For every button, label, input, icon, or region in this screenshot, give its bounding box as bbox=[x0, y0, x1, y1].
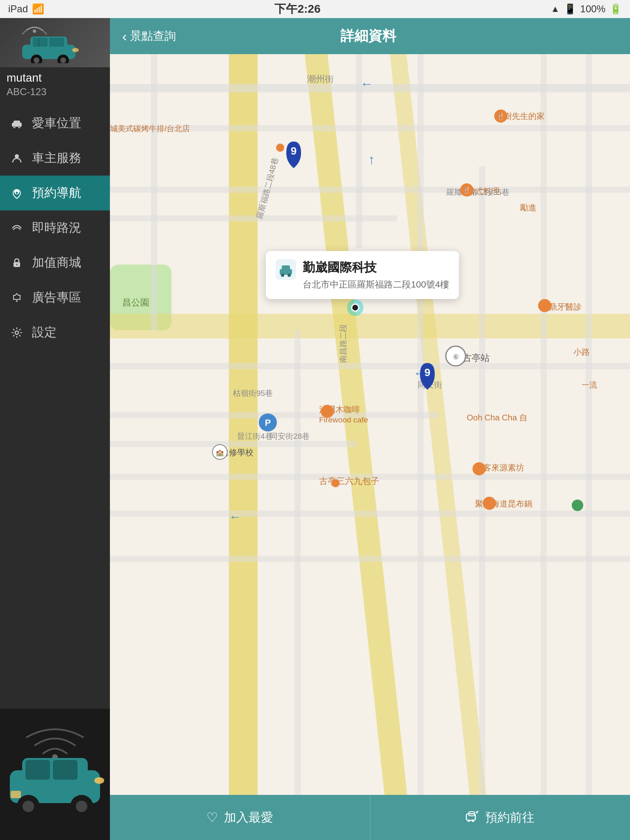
svg-text:↑: ↑ bbox=[368, 152, 375, 167]
sidebar-item-nav-booking[interactable]: 預約導航 bbox=[0, 176, 110, 210]
svg-point-112 bbox=[472, 819, 474, 822]
svg-point-101 bbox=[276, 144, 284, 152]
svg-text:同安街28巷: 同安街28巷 bbox=[270, 432, 310, 441]
svg-text:P: P bbox=[265, 418, 271, 428]
sidebar-item-car-location[interactable]: 愛車位置 bbox=[0, 106, 110, 141]
popup-title: 勤崴國際科技 bbox=[303, 259, 449, 276]
car-icon bbox=[10, 116, 24, 130]
svg-text:🏫: 🏫 bbox=[216, 449, 224, 457]
navigate-button[interactable]: 預約前往 bbox=[370, 795, 630, 840]
popup-address: 台北市中正區羅斯福路二段100號4樓 bbox=[303, 278, 449, 291]
wifi-icon: 📶 bbox=[32, 3, 44, 15]
favorite-button[interactable]: ♡ 加入最愛 bbox=[110, 795, 370, 840]
svg-text:羅斯福路二段35巷: 羅斯福路二段35巷 bbox=[446, 188, 509, 196]
sidebar-item-store[interactable]: 加值商城 bbox=[0, 245, 110, 280]
battery-label: 100% bbox=[580, 3, 605, 15]
svg-point-13 bbox=[13, 126, 16, 128]
svg-rect-36 bbox=[229, 54, 258, 795]
svg-point-95 bbox=[538, 299, 551, 312]
svg-text:昌公園: 昌公園 bbox=[122, 297, 149, 308]
svg-rect-109 bbox=[466, 814, 475, 820]
svg-point-108 bbox=[288, 274, 291, 277]
svg-point-96 bbox=[321, 405, 334, 418]
back-button[interactable]: ‹ 景點查詢 bbox=[122, 28, 176, 44]
sidebar: mutant ABC-123 愛車位置 bbox=[0, 18, 110, 840]
back-label: 景點查詢 bbox=[130, 28, 176, 44]
dot-outer bbox=[347, 299, 363, 316]
sidebar-item-label: 即時路況 bbox=[32, 219, 81, 236]
svg-text:小路: 小路 bbox=[573, 347, 590, 356]
svg-rect-3 bbox=[33, 38, 48, 47]
svg-point-8 bbox=[60, 57, 66, 63]
svg-point-111 bbox=[468, 819, 470, 822]
sidebar-item-traffic[interactable]: 即時路況 bbox=[0, 210, 110, 245]
header-title: 詳細資料 bbox=[176, 27, 560, 46]
svg-rect-106 bbox=[282, 265, 290, 270]
navigate-icon bbox=[466, 809, 479, 826]
svg-text:←: ← bbox=[360, 76, 373, 91]
svg-text:一流: 一流 bbox=[582, 381, 597, 389]
svg-rect-44 bbox=[110, 363, 630, 369]
svg-text:枯嶺街95巷: 枯嶺街95巷 bbox=[233, 389, 273, 397]
svg-rect-49 bbox=[110, 556, 630, 562]
popup-car-icon bbox=[276, 259, 296, 280]
person-icon bbox=[10, 151, 24, 165]
bell-icon bbox=[10, 291, 24, 305]
svg-point-9 bbox=[72, 48, 79, 52]
svg-point-15 bbox=[15, 154, 19, 158]
svg-rect-55 bbox=[586, 54, 592, 795]
svg-text:←: ← bbox=[229, 510, 241, 523]
sidebar-item-label: 設定 bbox=[32, 324, 57, 341]
svg-point-14 bbox=[18, 126, 21, 128]
car-image-top bbox=[0, 18, 110, 67]
sidebar-item-label: 廣告專區 bbox=[32, 289, 81, 306]
svg-point-28 bbox=[23, 801, 34, 812]
heart-icon: ♡ bbox=[206, 810, 218, 825]
sidebar-item-label: 愛車位置 bbox=[32, 115, 81, 132]
svg-point-21 bbox=[15, 331, 18, 334]
svg-text:🍴: 🍴 bbox=[497, 112, 505, 120]
lock-icon bbox=[10, 256, 24, 270]
profile-info: mutant ABC-123 bbox=[0, 67, 110, 102]
svg-text:城美式碳烤牛排/台北店: 城美式碳烤牛排/台北店 bbox=[110, 124, 190, 133]
svg-point-98 bbox=[483, 497, 496, 510]
svg-rect-4 bbox=[49, 38, 64, 47]
sidebar-item-owner-service[interactable]: 車主服務 bbox=[0, 141, 110, 176]
status-bar: iPad 📶 下午2:26 ▲ 📱 100% 🔋 bbox=[0, 0, 630, 18]
sidebar-item-settings[interactable]: 設定 bbox=[0, 315, 110, 350]
svg-text:Ooh Cha Cha 自: Ooh Cha Cha 自 bbox=[467, 413, 527, 422]
time-display: 下午2:26 bbox=[274, 1, 320, 17]
svg-point-6 bbox=[34, 57, 39, 63]
svg-point-19 bbox=[16, 264, 18, 265]
svg-text:潮州街: 潮州街 bbox=[307, 74, 334, 84]
svg-point-31 bbox=[94, 777, 104, 784]
svg-text:南昌路二段: 南昌路二段 bbox=[339, 324, 347, 363]
svg-point-102 bbox=[331, 479, 340, 487]
svg-point-17 bbox=[16, 192, 18, 194]
svg-text:勵進: 勵進 bbox=[520, 203, 536, 212]
svg-rect-12 bbox=[14, 121, 20, 124]
sidebar-nav: 愛車位置 車主服務 bbox=[0, 102, 110, 709]
location-icon: ▲ bbox=[551, 4, 560, 14]
chevron-left-icon: ‹ bbox=[122, 28, 127, 44]
svg-point-0 bbox=[33, 30, 36, 33]
map-popup: 勤崴國際科技 台北市中正區羅斯福路二段100號4樓 bbox=[266, 251, 459, 299]
map-area[interactable]: 昌公園 bbox=[110, 54, 630, 795]
svg-rect-25 bbox=[25, 760, 50, 780]
svg-text:9: 9 bbox=[425, 366, 430, 379]
svg-rect-37 bbox=[110, 314, 630, 338]
svg-rect-50 bbox=[151, 54, 157, 330]
svg-rect-46 bbox=[110, 441, 356, 447]
svg-rect-52 bbox=[418, 54, 424, 795]
gear-icon bbox=[10, 326, 24, 340]
traffic-icon bbox=[10, 221, 24, 235]
sidebar-item-ads[interactable]: 廣告專區 bbox=[0, 280, 110, 315]
svg-text:⑥: ⑥ bbox=[453, 353, 459, 361]
svg-point-107 bbox=[281, 274, 284, 277]
content-area: ‹ 景點查詢 詳細資料 昌公園 bbox=[110, 18, 630, 840]
popup-content: 勤崴國際科技 台北市中正區羅斯福路二段100號4樓 bbox=[303, 259, 449, 291]
device-label: iPad bbox=[8, 3, 28, 15]
svg-rect-48 bbox=[110, 511, 630, 517]
sidebar-item-label: 加值商城 bbox=[32, 254, 81, 271]
sidebar-item-label: 車主服務 bbox=[32, 150, 81, 167]
